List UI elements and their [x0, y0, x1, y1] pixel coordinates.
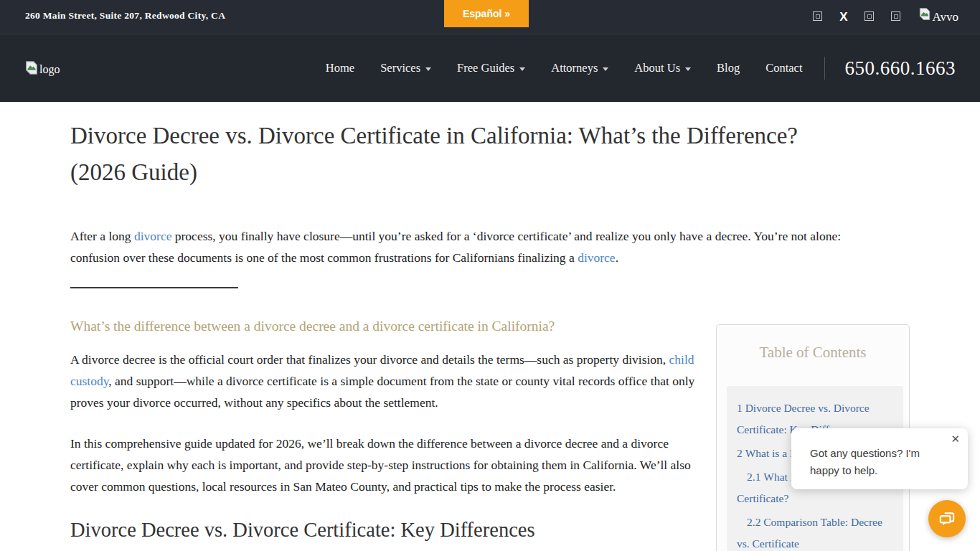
broken-image-icon: [918, 7, 932, 22]
divider-rule: [70, 287, 238, 288]
main-nav: logo Home Services Free Guides Attorneys…: [0, 34, 980, 102]
intro-paragraph: After a long divorce process, you finall…: [70, 225, 867, 268]
social-icon-3[interactable]: [891, 11, 900, 24]
language-toggle-button[interactable]: Español »: [444, 0, 529, 27]
chat-popup: ✕ Got any questions? I'm happy to help.: [791, 428, 968, 489]
social-icon-2[interactable]: [864, 11, 874, 24]
phone-number[interactable]: 650.660.1663: [845, 57, 956, 80]
chat-launcher-button[interactable]: [928, 500, 966, 537]
chevron-down-icon: [685, 67, 691, 71]
x-twitter-icon[interactable]: X: [839, 11, 847, 24]
chevron-down-icon: [603, 67, 608, 71]
nav-item-about-us[interactable]: About Us: [634, 61, 691, 75]
nav-divider: [824, 57, 825, 80]
toc-title: Table of Contents: [717, 344, 909, 362]
social-links: X Avvo: [813, 0, 958, 34]
top-bar: 260 Main Street, Suite 207, Redwood City…: [0, 0, 980, 34]
nav-menu: Home Services Free Guides Attorneys Abou…: [300, 34, 956, 102]
nav-item-blog[interactable]: Blog: [717, 61, 740, 75]
chat-bubbles-icon: [937, 509, 957, 529]
nav-item-services[interactable]: Services: [380, 61, 431, 75]
answer-paragraph: A divorce decree is the official court o…: [70, 349, 696, 413]
chevron-down-icon: [425, 67, 431, 71]
page-title: Divorce Decree vs. Divorce Certificate i…: [70, 118, 824, 191]
inline-link[interactable]: child custody: [70, 352, 694, 388]
close-icon[interactable]: ✕: [951, 433, 960, 446]
broken-image-icon: [891, 11, 900, 21]
broken-image-icon: [813, 11, 822, 21]
broken-image-icon: [24, 60, 39, 76]
site-logo[interactable]: logo: [24, 60, 60, 76]
chevron-down-icon: [519, 67, 525, 71]
office-address: 260 Main Street, Suite 207, Redwood City…: [25, 10, 225, 22]
nav-item-contact[interactable]: Contact: [765, 61, 802, 75]
toc-item-2-2[interactable]: 2.2 Comparison Table: Decree vs. Certifi…: [737, 512, 893, 551]
page: 260 Main Street, Suite 207, Redwood City…: [0, 0, 980, 551]
avvo-label: Avvo: [932, 10, 958, 24]
logo-alt-text: logo: [39, 63, 60, 76]
broken-image-icon: [864, 11, 874, 21]
nav-item-attorneys[interactable]: Attorneys: [551, 61, 608, 75]
nav-item-free-guides[interactable]: Free Guides: [457, 61, 525, 75]
chat-message: Got any questions? I'm happy to help.: [810, 445, 946, 479]
social-icon-1[interactable]: [813, 11, 822, 24]
inline-link[interactable]: divorce: [578, 250, 615, 265]
inline-link[interactable]: divorce: [134, 229, 171, 243]
nav-item-home[interactable]: Home: [326, 61, 354, 75]
guide-paragraph: In this comprehensive guide updated for …: [70, 433, 696, 497]
avvo-badge[interactable]: Avvo: [918, 10, 958, 24]
